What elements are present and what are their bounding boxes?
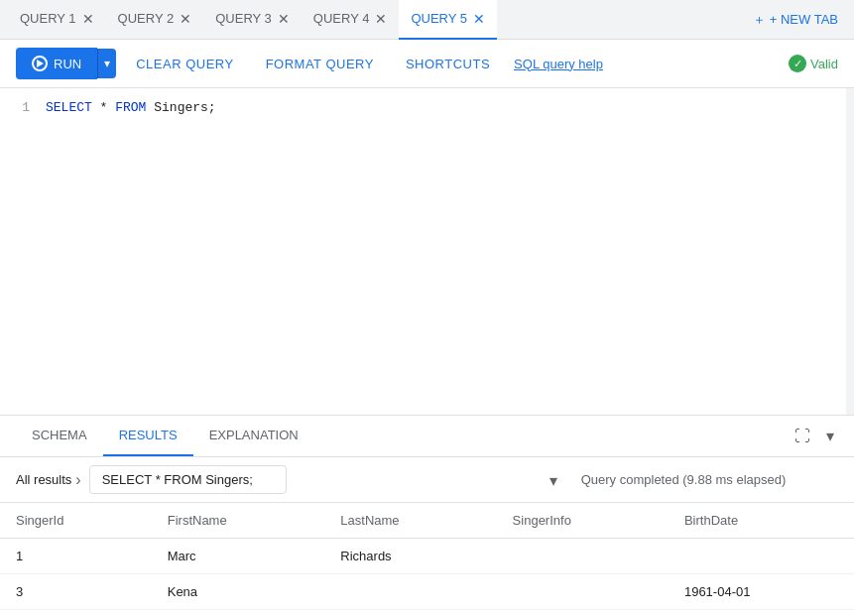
dropdown-arrow-icon: ▾ (549, 470, 557, 489)
all-results-button[interactable]: All results › (16, 471, 81, 489)
tab-schema-label: SCHEMA (32, 428, 87, 442)
keyword-from: FROM (115, 100, 146, 115)
tab-query3-label: QUERY 3 (215, 11, 272, 26)
tab-query1-label: QUERY 1 (20, 11, 76, 26)
cell-singer-id-2: 3 (0, 574, 152, 610)
editor-scrollbar[interactable] (846, 88, 854, 415)
results-table: SingerId FirstName LastName SingerInfo B… (0, 503, 854, 610)
sql-code[interactable]: SELECT * FROM Singers; (46, 100, 216, 403)
new-tab-label: + NEW TAB (770, 12, 838, 27)
table-row: 3 Kena 1961-04-01 (0, 574, 854, 610)
valid-badge: ✓ Valid (789, 55, 838, 72)
col-singer-info[interactable]: SingerInfo (497, 503, 669, 539)
format-query-button[interactable]: FORMAT QUERY (254, 49, 386, 79)
tab-explanation-label: EXPLANATION (209, 428, 299, 442)
result-tab-actions: ⛶ ▾ (791, 423, 838, 449)
tab-schema[interactable]: SCHEMA (16, 416, 103, 456)
play-triangle (37, 60, 44, 67)
new-tab-button[interactable]: ＋ + NEW TAB (745, 11, 846, 29)
keyword-select: SELECT (46, 100, 92, 115)
tab-results-label: RESULTS (119, 428, 178, 442)
close-query2-icon[interactable]: ✕ (180, 12, 191, 26)
collapse-icon[interactable]: ▾ (822, 423, 838, 449)
tab-bar: QUERY 1 ✕ QUERY 2 ✕ QUERY 3 ✕ QUERY 4 ✕ … (0, 0, 854, 40)
format-query-label: FORMAT QUERY (266, 57, 374, 71)
valid-check-icon: ✓ (789, 55, 806, 72)
expand-icon[interactable]: ⛶ (791, 424, 814, 449)
valid-label: Valid (810, 57, 838, 71)
close-query4-icon[interactable]: ✕ (375, 12, 387, 26)
col-singer-id[interactable]: SingerId (0, 503, 152, 539)
col-last-name[interactable]: LastName (324, 503, 496, 539)
cell-first-name-1: Marc (152, 539, 325, 574)
cell-first-name-2: Kena (152, 574, 325, 610)
tab-explanation[interactable]: EXPLANATION (193, 416, 314, 456)
chevron-right-icon: › (75, 471, 80, 489)
code-table: Singers; (146, 100, 215, 115)
table-header-row: SingerId FirstName LastName SingerInfo B… (0, 503, 854, 539)
line-number: 1 (16, 100, 46, 403)
shortcuts-button[interactable]: SHORTCUTS (394, 49, 502, 79)
close-query3-icon[interactable]: ✕ (278, 12, 290, 26)
bottom-panel: SCHEMA RESULTS EXPLANATION ⛶ ▾ All resul… (0, 416, 854, 610)
table-row: 1 Marc Richards (0, 539, 854, 574)
results-table-container: SingerId FirstName LastName SingerInfo B… (0, 503, 854, 610)
shortcuts-label: SHORTCUTS (406, 57, 490, 71)
run-label: RUN (54, 57, 81, 71)
cell-last-name-1: Richards (324, 539, 496, 574)
run-button[interactable]: RUN (16, 48, 97, 79)
tab-query3[interactable]: QUERY 3 ✕ (203, 0, 302, 40)
close-query1-icon[interactable]: ✕ (82, 12, 94, 26)
query-select-wrapper: SELECT * FROM Singers; ▾ (89, 465, 565, 494)
cell-singer-info-2 (497, 574, 669, 610)
tab-query2-label: QUERY 2 (118, 11, 175, 26)
clear-query-label: CLEAR QUERY (136, 57, 233, 71)
tab-query5[interactable]: QUERY 5 ✕ (399, 0, 497, 40)
query-status: Query completed (9.88 ms elapsed) (581, 472, 787, 487)
col-birth-date[interactable]: BirthDate (669, 503, 854, 539)
tab-results[interactable]: RESULTS (103, 416, 193, 456)
close-query5-icon[interactable]: ✕ (473, 12, 485, 26)
tab-query4[interactable]: QUERY 4 ✕ (302, 0, 400, 40)
sql-help-label: SQL query help (514, 57, 603, 71)
cell-singer-id-1: 1 (0, 539, 152, 574)
code-star: * (92, 100, 115, 115)
col-first-name[interactable]: FirstName (152, 503, 325, 539)
play-icon (32, 56, 48, 71)
tab-query5-label: QUERY 5 (411, 11, 467, 26)
tab-query2[interactable]: QUERY 2 ✕ (106, 0, 204, 40)
all-results-label: All results (16, 472, 71, 487)
clear-query-button[interactable]: CLEAR QUERY (124, 49, 245, 79)
cell-birth-date-2: 1961-04-01 (669, 574, 854, 610)
result-tab-bar: SCHEMA RESULTS EXPLANATION ⛶ ▾ (0, 416, 854, 457)
cell-birth-date-1 (669, 539, 854, 574)
tab-query1[interactable]: QUERY 1 ✕ (8, 0, 106, 40)
cell-last-name-2 (324, 574, 496, 610)
results-toolbar: All results › SELECT * FROM Singers; ▾ Q… (0, 457, 854, 503)
new-tab-icon: ＋ (753, 11, 766, 29)
run-button-wrapper: RUN ▾ (16, 48, 116, 79)
tab-query4-label: QUERY 4 (313, 11, 370, 26)
sql-help-link[interactable]: SQL query help (514, 57, 603, 71)
query-select[interactable]: SELECT * FROM Singers; (89, 465, 287, 494)
sql-editor[interactable]: 1 SELECT * FROM Singers; (0, 88, 854, 416)
run-dropdown-button[interactable]: ▾ (97, 49, 116, 78)
cell-singer-info-1 (497, 539, 669, 574)
line-number-1: 1 (16, 100, 30, 115)
toolbar: RUN ▾ CLEAR QUERY FORMAT QUERY SHORTCUTS… (0, 40, 854, 88)
